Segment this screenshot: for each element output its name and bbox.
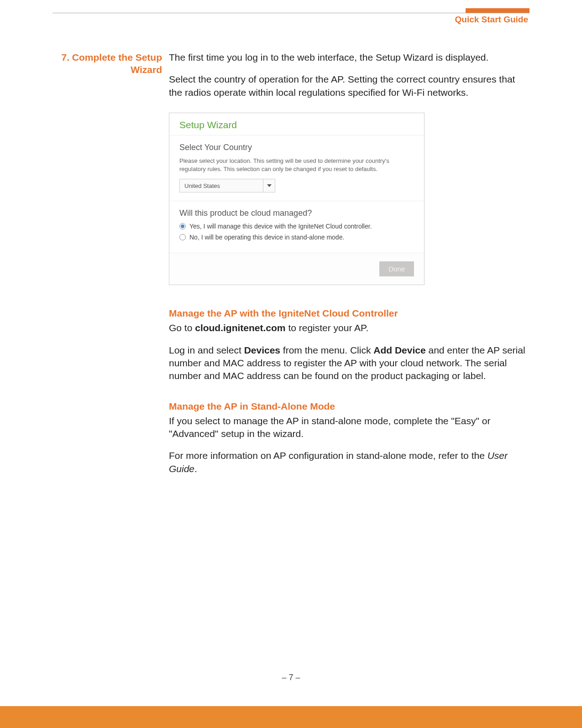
section-heading: 7. Complete the Setup Wizard bbox=[52, 51, 162, 76]
footer-bar bbox=[0, 706, 582, 728]
header-rule bbox=[52, 13, 530, 13]
cloud-controller-heading: Manage the AP with the IgniteNet Cloud C… bbox=[169, 308, 529, 319]
done-button[interactable]: Done bbox=[379, 261, 414, 276]
wizard-country-section: Select Your Country Please select your l… bbox=[169, 135, 424, 201]
setup-wizard-panel: Setup Wizard Select Your Country Please … bbox=[169, 113, 425, 285]
radio-option-yes[interactable]: Yes, I will manage this device with the … bbox=[179, 223, 414, 230]
country-heading: Select Your Country bbox=[179, 143, 414, 152]
text: Go to bbox=[169, 322, 195, 333]
page-number: – 7 – bbox=[0, 673, 582, 682]
standalone-paragraph-2: For more information on AP configuration… bbox=[169, 449, 529, 475]
radio-no-label: No, I will be operating this device in s… bbox=[189, 234, 344, 241]
cloud-url: cloud.ignitenet.com bbox=[195, 322, 285, 333]
country-help-text: Please select your location. This settin… bbox=[179, 157, 414, 173]
intro-paragraph-1: The first time you log in to the web int… bbox=[169, 51, 529, 64]
country-select[interactable]: United States bbox=[179, 179, 275, 192]
main-column: The first time you log in to the web int… bbox=[169, 51, 529, 484]
text: . bbox=[194, 463, 197, 474]
country-select-dropdown-button[interactable] bbox=[263, 179, 275, 192]
header-accent-tab bbox=[466, 8, 530, 13]
intro-paragraph-2: Select the country of operation for the … bbox=[169, 73, 529, 99]
header-title: Quick Start Guide bbox=[455, 15, 528, 25]
text: from the menu. Click bbox=[280, 345, 373, 355]
standalone-paragraph-1: If you select to manage the AP in stand-… bbox=[169, 415, 529, 441]
text: to register your AP. bbox=[286, 322, 369, 333]
devices-label: Devices bbox=[244, 345, 280, 355]
cloud-heading: Will this product be cloud managed? bbox=[179, 208, 414, 218]
radio-yes-label: Yes, I will manage this device with the … bbox=[189, 223, 372, 230]
radio-icon-unchecked bbox=[179, 234, 186, 240]
cloud-paragraph-1: Go to cloud.ignitenet.com to register yo… bbox=[169, 322, 529, 334]
standalone-heading: Manage the AP in Stand-Alone Mode bbox=[169, 401, 529, 412]
chevron-down-icon bbox=[267, 184, 272, 187]
add-device-label: Add Device bbox=[373, 345, 425, 355]
wizard-footer: Done bbox=[169, 253, 424, 285]
radio-icon-checked bbox=[179, 223, 186, 229]
text: For more information on AP configuration… bbox=[169, 450, 488, 461]
wizard-title: Setup Wizard bbox=[169, 113, 424, 135]
radio-option-no[interactable]: No, I will be operating this device in s… bbox=[179, 234, 414, 241]
wizard-cloud-section: Will this product be cloud managed? Yes,… bbox=[169, 201, 424, 253]
cloud-paragraph-2: Log in and select Devices from the menu.… bbox=[169, 344, 529, 383]
text: Log in and select bbox=[169, 345, 244, 355]
country-select-value: United States bbox=[180, 182, 263, 189]
